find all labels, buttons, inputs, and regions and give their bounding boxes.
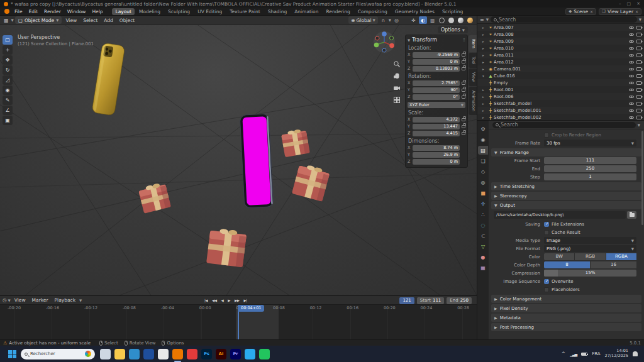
workspace-tab[interactable]: Texture Paint — [226, 8, 263, 15]
unlink-scene-icon[interactable]: ✕ — [590, 9, 593, 14]
transform-orientation-dropdown[interactable]: ⊕ Global ▼ — [348, 16, 377, 24]
workspace-tab[interactable]: Shading — [265, 8, 290, 15]
color-mode-option[interactable]: BW — [544, 253, 574, 260]
workspace-tab[interactable]: Scripting — [439, 8, 466, 15]
outliner-row[interactable]: ╋ Empty — [477, 79, 644, 86]
expand-arrow-icon[interactable]: ▸ — [482, 33, 487, 36]
remove-view-layer-icon[interactable]: ✕ — [635, 9, 638, 14]
blender-menu-icon[interactable] — [4, 9, 9, 14]
cursor-tool[interactable]: + — [3, 45, 13, 55]
constraints[interactable]: ⊂ — [478, 231, 488, 240]
gift-box-object[interactable] — [138, 182, 171, 214]
hidden-icons-chevron[interactable]: ^ — [562, 351, 566, 357]
annotate-tool[interactable]: ✎ — [3, 96, 13, 105]
lock-icon[interactable] — [462, 67, 465, 70]
menubar-menu[interactable]: Render — [41, 9, 64, 14]
expand-arrow-icon[interactable]: ▸ — [482, 95, 487, 99]
editor-type-icon[interactable]: ▦ — [3, 18, 10, 23]
object-name[interactable]: Root.006 — [494, 94, 629, 99]
viewport-menu[interactable]: Object — [117, 18, 137, 23]
expand-arrow-icon[interactable]: ▾ — [482, 74, 487, 78]
jump-to-end[interactable]: ▶| — [242, 299, 249, 302]
disable-render-icon[interactable] — [636, 67, 641, 71]
render[interactable]: ◉ — [478, 135, 488, 144]
navigation-gizmo[interactable] — [372, 30, 396, 55]
disable-render-icon[interactable] — [636, 60, 641, 64]
taskbar-search-input[interactable]: Rechercher — [21, 349, 95, 359]
cache-result-checkbox[interactable] — [544, 230, 549, 235]
object-name[interactable]: Root.001 — [494, 87, 629, 92]
scene-selector[interactable]: ◆ Scene ✕ — [565, 8, 596, 15]
object-name[interactable]: Cube.016 — [494, 74, 629, 79]
sidebar-tab[interactable]: Tool — [469, 53, 477, 69]
output-panel-header[interactable]: ▼ Output — [491, 201, 641, 209]
object-name[interactable]: Area.009 — [494, 39, 629, 44]
rotate-tool[interactable]: ↻ — [3, 65, 13, 75]
object-name[interactable]: Area.010 — [494, 46, 629, 51]
snap-magnet-icon[interactable]: ∩ — [379, 16, 387, 24]
lock-icon[interactable] — [462, 82, 465, 85]
opera[interactable] — [187, 349, 197, 359]
frame-start-field[interactable]: Start 111 — [417, 297, 444, 304]
task-view[interactable] — [100, 349, 111, 359]
compression-slider[interactable]: 15% — [544, 270, 636, 277]
hide-viewport-icon[interactable] — [629, 25, 634, 30]
next-keyframe[interactable]: ▶▶ — [233, 299, 241, 302]
notifications-icon[interactable] — [633, 351, 638, 356]
hide-viewport-icon[interactable] — [629, 101, 634, 106]
tool[interactable]: ⚙ — [478, 124, 488, 133]
disable-render-icon[interactable] — [636, 88, 641, 92]
object-name[interactable]: Area.011 — [494, 53, 629, 58]
frame-rate-dropdown[interactable]: 30 fps ▼ — [544, 140, 636, 146]
dimension-value-field[interactable]: 0 m — [413, 159, 460, 165]
workspace-tab[interactable]: Sculpting — [165, 8, 193, 15]
move-tool[interactable]: ✥ — [3, 55, 13, 65]
whatsapp[interactable] — [259, 349, 270, 359]
expand-arrow-icon[interactable]: ▸ — [482, 67, 487, 71]
start-button[interactable] — [8, 350, 16, 358]
hide-viewport-icon[interactable] — [629, 60, 634, 65]
pan-hand-icon[interactable] — [393, 72, 401, 80]
outliner-row[interactable]: ▸ ✶ Area.010 — [477, 45, 644, 52]
timeline-menu[interactable]: View — [12, 297, 28, 303]
telegram[interactable] — [245, 349, 255, 359]
view-layer-selector[interactable]: ❏ View Layer ✕ — [599, 8, 641, 15]
menubar-menu[interactable]: Help — [89, 9, 106, 14]
edge[interactable] — [129, 349, 140, 359]
current-frame-field[interactable]: 121 — [399, 297, 414, 304]
outliner-row[interactable]: ▸ ╋ Sketchfab_model.002 — [477, 114, 644, 121]
menubar-menu[interactable]: Window — [64, 9, 89, 14]
xray-toggle-icon[interactable]: ▥ — [428, 16, 436, 24]
media-type-dropdown[interactable]: Image ▼ — [544, 237, 636, 244]
object-name[interactable]: Sketchfab_model.001 — [494, 108, 629, 113]
timeline-menu[interactable]: Playback — [52, 297, 78, 303]
file-explorer[interactable] — [114, 349, 125, 359]
sidebar-tab[interactable]: Animation — [469, 87, 477, 115]
filter-icon[interactable]: ▼ — [638, 123, 640, 127]
object-name[interactable]: Sketchfab_model — [494, 101, 629, 106]
hide-viewport-icon[interactable] — [629, 53, 634, 58]
scrollbar[interactable] — [641, 131, 643, 225]
viewport-menu[interactable]: View — [63, 18, 79, 23]
particles[interactable]: ∴ — [478, 210, 488, 219]
zoom-icon[interactable] — [393, 60, 401, 68]
outliner-row[interactable]: ▾ ▲ Cube.016 — [477, 72, 644, 79]
word[interactable] — [143, 349, 154, 359]
outliner-row[interactable]: ▸ ╋ Root.006 — [477, 93, 644, 100]
workspace-tab[interactable]: Geometry Nodes — [392, 8, 438, 15]
dimension-value-field[interactable]: 8.74 m — [413, 145, 460, 151]
expand-arrow-icon[interactable]: ▸ — [482, 102, 487, 106]
drag-grip-icon[interactable]: ⠿ — [463, 38, 465, 42]
rotation-value-field[interactable]: 0° — [413, 94, 460, 100]
gift-box-object[interactable] — [292, 163, 330, 202]
workspace-tab[interactable]: Animation — [291, 8, 321, 15]
object-name[interactable]: Area.012 — [494, 60, 629, 65]
browse-folder-button[interactable] — [627, 211, 636, 219]
playhead-time-badge[interactable]: 00:04+01 — [238, 305, 264, 312]
shading-material-icon[interactable] — [457, 16, 465, 24]
scale-value-field[interactable]: 4.372 — [413, 117, 460, 123]
blender[interactable] — [172, 349, 183, 359]
lock-icon[interactable] — [462, 53, 465, 57]
chrome[interactable] — [158, 349, 169, 359]
close-button[interactable]: ✕ — [636, 1, 640, 6]
